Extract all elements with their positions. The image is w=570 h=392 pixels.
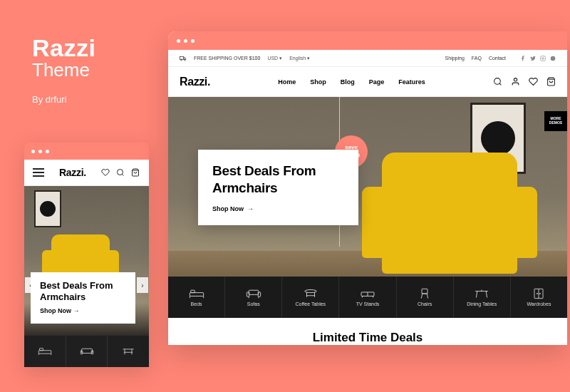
svg-point-52 <box>540 293 541 294</box>
menu-home[interactable]: Home <box>278 78 296 86</box>
pinterest-icon[interactable] <box>550 56 556 61</box>
logo[interactable]: Razzi. <box>180 76 210 88</box>
hamburger-menu-icon[interactable] <box>33 168 44 177</box>
cat-label: Sofas <box>247 301 260 306</box>
svg-point-51 <box>537 293 538 294</box>
svg-point-15 <box>181 59 182 61</box>
category-bar: Beds Sofas Coffee Tables TV Stands Chair… <box>168 277 567 318</box>
svg-rect-14 <box>180 56 183 59</box>
desktop-window-chrome <box>168 31 567 50</box>
svg-line-47 <box>486 292 487 298</box>
cat-wardrobes[interactable]: Wardrobes <box>511 277 567 318</box>
svg-point-16 <box>185 59 186 61</box>
mobile-shop-now-link[interactable]: Shop Now → <box>40 307 126 314</box>
promo-theme-name: Razzi <box>32 34 95 62</box>
wall-art-icon <box>34 190 61 227</box>
cat-label: Beds <box>191 301 202 306</box>
shop-now-link[interactable]: Shop Now → <box>212 205 344 212</box>
mobile-cat-coffee-tables[interactable] <box>108 336 149 367</box>
mobile-window-chrome <box>24 143 149 160</box>
header-action-icons <box>493 77 556 86</box>
mobile-category-bar <box>24 336 149 367</box>
hero-headline: Best Deals From Armchairs <box>212 163 344 197</box>
svg-point-19 <box>551 56 556 61</box>
window-dot-icon <box>177 39 180 43</box>
currency-selector[interactable]: USD ▾ <box>267 56 282 61</box>
svg-rect-41 <box>422 289 428 294</box>
topbar-link-faq[interactable]: FAQ <box>472 56 482 61</box>
cat-label: Chairs <box>418 301 432 306</box>
menu-shop[interactable]: Shop <box>310 78 326 86</box>
chevron-down-icon: ▾ <box>279 56 282 61</box>
mobile-cat-sofas[interactable] <box>66 336 108 367</box>
menu-page[interactable]: Page <box>369 78 385 86</box>
mobile-preview-frame: Razzi. ‹ › Best Deals From Armchairs Sho… <box>24 143 149 367</box>
window-dot-icon <box>46 150 49 153</box>
cat-chairs[interactable]: Chairs <box>397 277 454 318</box>
svg-line-46 <box>477 292 477 298</box>
window-dot-icon <box>31 150 35 153</box>
cat-sofas[interactable]: Sofas <box>225 277 282 318</box>
svg-rect-17 <box>541 56 546 61</box>
promo-title-panel: Razzi Theme By drfuri <box>32 34 95 105</box>
cat-dining-tables[interactable]: Dining Tables <box>454 277 511 318</box>
wishlist-icon[interactable] <box>529 77 538 86</box>
truck-icon <box>180 56 187 61</box>
cat-label: Dining Tables <box>467 301 497 306</box>
language-selector[interactable]: English ▾ <box>289 56 310 61</box>
svg-rect-3 <box>38 351 51 354</box>
desktop-preview-frame: FREE SHIPPING OVER $100 USD ▾ English ▾ … <box>168 31 567 345</box>
svg-rect-24 <box>190 293 203 296</box>
cat-beds[interactable]: Beds <box>168 277 225 318</box>
main-navigation-bar: Razzi. Home Shop Blog Page Features <box>168 67 567 97</box>
svg-line-44 <box>427 294 428 299</box>
svg-line-1 <box>123 174 124 175</box>
more-demos-tab[interactable]: MORE DEMOS <box>544 111 567 131</box>
mobile-hero: ‹ › Best Deals From Armchairs Shop Now → <box>24 186 149 336</box>
window-dot-icon <box>184 39 187 43</box>
account-icon[interactable] <box>511 77 520 86</box>
next-slide-button[interactable]: › <box>137 277 148 293</box>
svg-rect-28 <box>249 290 259 294</box>
svg-rect-4 <box>39 349 43 351</box>
svg-line-43 <box>421 294 422 299</box>
wishlist-icon[interactable] <box>101 168 110 177</box>
topbar-link-contact[interactable]: Contact <box>489 56 506 61</box>
menu-blog[interactable]: Blog <box>341 78 355 86</box>
svg-rect-7 <box>81 349 92 353</box>
instagram-icon[interactable] <box>540 56 546 61</box>
top-utility-bar: FREE SHIPPING OVER $100 USD ▾ English ▾ … <box>168 50 567 67</box>
bag-icon[interactable] <box>546 77 556 86</box>
bag-icon[interactable] <box>131 168 140 177</box>
mobile-hero-card: Best Deals From Armchairs Shop Now → <box>31 273 135 324</box>
cat-coffee-tables[interactable]: Coffee Tables <box>282 277 339 318</box>
cat-label: Wardrobes <box>527 301 551 306</box>
arrow-right-icon: → <box>247 205 254 212</box>
twitter-icon[interactable] <box>530 56 536 61</box>
facebook-icon[interactable] <box>520 56 526 61</box>
menu-features[interactable]: Features <box>398 78 425 86</box>
cat-label: TV Stands <box>356 301 380 306</box>
chevron-down-icon: ▾ <box>307 56 310 61</box>
search-icon[interactable] <box>116 168 125 177</box>
mobile-logo[interactable]: Razzi. <box>59 167 86 178</box>
svg-point-22 <box>514 78 517 81</box>
promo-theme-word: Theme <box>32 59 95 81</box>
section-title-limited-deals: Limited Time Deals <box>168 318 567 345</box>
mobile-cat-beds[interactable] <box>24 336 66 367</box>
svg-rect-25 <box>190 290 195 292</box>
main-menu: Home Shop Blog Page Features <box>278 78 425 86</box>
armchair-illustration <box>382 153 517 274</box>
svg-line-21 <box>499 83 501 85</box>
svg-point-18 <box>542 57 544 59</box>
mobile-header-icons <box>101 168 140 177</box>
promo-author: By drfuri <box>32 94 95 105</box>
search-icon[interactable] <box>493 77 502 86</box>
window-dot-icon <box>38 150 42 153</box>
cat-tv-stands[interactable]: TV Stands <box>339 277 396 318</box>
mobile-header: Razzi. <box>24 160 149 186</box>
hero-section: save 50% Best Deals From Armchairs Shop … <box>168 97 567 318</box>
topbar-link-shipping[interactable]: Shipping <box>445 56 465 61</box>
window-dot-icon <box>191 39 195 43</box>
free-shipping-label: FREE SHIPPING OVER $100 <box>194 56 260 61</box>
